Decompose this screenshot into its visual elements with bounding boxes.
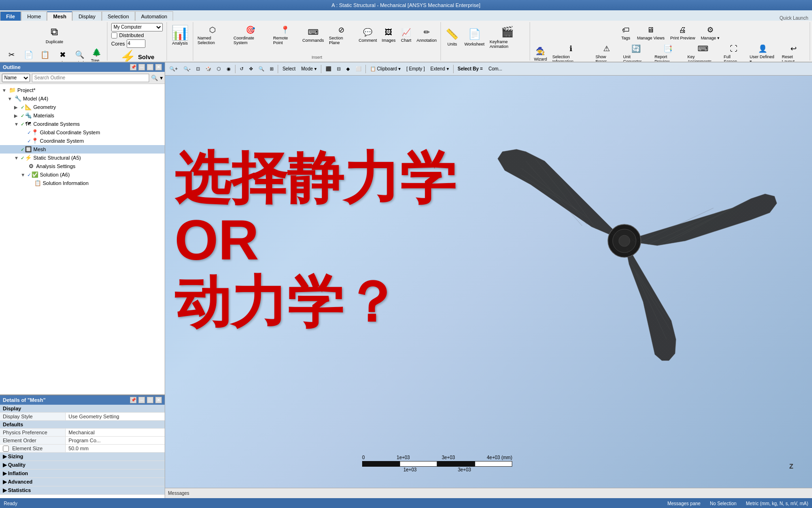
element-order-val[interactable]: Program Co...: [66, 437, 165, 444]
tree-item-coord-systems[interactable]: ▼ ✓ 🗺 Coordinate Systems: [0, 120, 165, 128]
manage-views-btn[interactable]: 🖥 Manage Views: [635, 23, 667, 42]
duplicate-btn[interactable]: ⧉ Duplicate: [43, 23, 66, 46]
unit-converter-btn[interactable]: 🔄 Unit Converter: [621, 42, 651, 62]
face-select-btn[interactable]: ⬛: [323, 65, 334, 72]
static-structural-expand[interactable]: ▼: [14, 155, 21, 161]
report-preview-btn[interactable]: 📑 Report Preview: [652, 42, 684, 62]
display-style-val[interactable]: Use Geometry Setting: [66, 413, 165, 420]
tree-item-geometry[interactable]: ▶ ✓ 📐 Geometry: [0, 103, 165, 111]
details-section-inflation[interactable]: ▶ Inflation: [0, 470, 165, 478]
remote-point-btn[interactable]: 📍 Remote Point: [271, 23, 300, 46]
vertex-select-btn[interactable]: ◆: [344, 65, 352, 72]
keyframe-animation-btn[interactable]: 🎬 Keyframe Animation: [487, 23, 528, 50]
tree-item-global-coord[interactable]: ✓ 📍 Global Coordinate System: [0, 128, 165, 137]
wireframe-btn[interactable]: ⬡: [214, 65, 223, 72]
element-size-val[interactable]: 50.0 mm: [66, 445, 165, 452]
commands-btn[interactable]: ⌨ Commands: [301, 25, 326, 44]
chart-btn[interactable]: 📈 Chart: [398, 25, 414, 44]
mode-dropdown-btn[interactable]: Mode ▾: [299, 65, 319, 72]
solution-expand[interactable]: ▼: [21, 172, 27, 177]
zoom-out-btn[interactable]: 🔍-: [181, 65, 193, 72]
outline-expand-icon[interactable]: ▾: [160, 75, 163, 81]
cores-input[interactable]: [127, 39, 145, 48]
tab-home[interactable]: Home: [21, 11, 47, 21]
tree-item-materials[interactable]: ▶ ✓ 🔩 Materials: [0, 111, 165, 120]
extend-dropdown-btn[interactable]: Extend ▾: [428, 65, 451, 72]
reset-layout-btn[interactable]: ↩ Reset Layout: [780, 42, 808, 62]
element-size-checkbox[interactable]: [3, 446, 9, 452]
outline-filter-select[interactable]: Name: [2, 74, 30, 82]
select-by-btn[interactable]: Select By =: [455, 65, 486, 72]
tree-item-solution[interactable]: ▼ ✓ ✅ Solution (A6): [0, 170, 165, 179]
geometry-expand[interactable]: ▶: [14, 105, 21, 110]
outline-pin-btn[interactable]: 📌: [130, 64, 137, 70]
edge-select-btn[interactable]: ⊟: [334, 65, 343, 72]
analysis-btn[interactable]: 📊 Analysis: [169, 23, 191, 47]
project-expand[interactable]: ▼: [2, 88, 8, 93]
empty-dropdown-btn[interactable]: [ Empty ]: [404, 65, 427, 72]
com-dropdown-btn[interactable]: Com...: [486, 65, 504, 72]
units-btn[interactable]: 📏 Units: [443, 25, 462, 48]
tab-display[interactable]: Display: [72, 11, 101, 21]
zoom-mode-btn[interactable]: 🔍: [256, 65, 266, 72]
outline-min-btn[interactable]: ─: [138, 64, 145, 70]
model-expand[interactable]: ▼: [8, 96, 14, 101]
body-select-btn[interactable]: ⬜: [353, 65, 364, 72]
tab-file[interactable]: File: [0, 11, 21, 21]
tree-item-coord-system[interactable]: ✓ 📍 Coordinate System: [0, 137, 165, 145]
fit-btn[interactable]: ⊡: [194, 65, 202, 72]
delete-btn[interactable]: ✖ Delete: [54, 48, 71, 62]
print-preview-btn[interactable]: 🖨 Print Preview: [668, 23, 698, 42]
tree-item-solution-info[interactable]: 📋 Solution Information: [0, 179, 165, 187]
details-section-sizing[interactable]: ▶ Sizing: [0, 453, 165, 461]
outline-close-btn[interactable]: ✕: [155, 64, 162, 70]
named-selection-btn[interactable]: ⬡ Named Selection: [195, 23, 230, 46]
select-btn[interactable]: Select: [280, 65, 298, 72]
box-zoom-btn[interactable]: ⊞: [267, 65, 276, 72]
search-icon[interactable]: 🔍: [151, 75, 158, 81]
shaded-btn[interactable]: ◉: [224, 65, 233, 72]
details-pin-btn[interactable]: 📌: [130, 397, 137, 403]
details-min-btn[interactable]: ─: [138, 397, 145, 403]
details-section-quality[interactable]: ▶ Quality: [0, 461, 165, 470]
manage-btn[interactable]: ⚙ Manage ▾: [698, 23, 722, 42]
section-plane-btn[interactable]: ⊘ Section Plane: [326, 23, 356, 46]
view3d-btn[interactable]: 🎲: [203, 65, 213, 72]
tree-item-mesh[interactable]: ✓ 🔲 Mesh: [0, 145, 165, 154]
tree-item-analysis-settings[interactable]: ⚙ Analysis Settings: [0, 162, 165, 170]
coord-systems-expand[interactable]: ▼: [14, 122, 21, 127]
coordinate-system-btn[interactable]: 🎯 Coordinate System: [231, 23, 270, 46]
selection-info-btn[interactable]: ℹ Selection Information: [550, 42, 592, 62]
cut-btn[interactable]: ✂ Cut: [4, 48, 20, 62]
details-max-btn[interactable]: □: [147, 397, 153, 403]
tags-btn[interactable]: 🏷 Tags: [618, 23, 634, 42]
viewport[interactable]: 🔍+ 🔍- ⊡ 🎲 ⬡ ◉ ↺ ✥ 🔍 ⊞ Select Mode ▾ ⬛ ⊟ …: [165, 62, 812, 498]
user-defined-btn[interactable]: 👤 User Defined ▾: [747, 42, 779, 62]
tab-mesh[interactable]: Mesh: [47, 11, 72, 21]
outline-max-btn[interactable]: □: [147, 64, 153, 70]
images-btn[interactable]: 🖼 Images: [380, 25, 398, 44]
search-input[interactable]: [32, 74, 149, 82]
full-screen-btn[interactable]: ⛶ Full Screen: [721, 42, 746, 62]
details-section-statistics[interactable]: ▶ Statistics: [0, 486, 165, 495]
rotate-mode-btn[interactable]: ↺: [237, 65, 246, 72]
find-btn[interactable]: 🔍 Find: [72, 48, 88, 62]
zoom-in-btn[interactable]: 🔍+: [167, 65, 180, 72]
tree-item-model[interactable]: ▼ 🔧 Model (A4): [0, 94, 165, 103]
solve-btn[interactable]: ⚡ Solve: [117, 48, 157, 62]
materials-expand[interactable]: ▶: [14, 113, 21, 118]
comment-btn[interactable]: 💬 Comment: [357, 25, 379, 44]
physics-pref-val[interactable]: Mechanical: [66, 429, 165, 436]
show-errors-btn[interactable]: ⚠ Show Errors: [593, 42, 620, 62]
key-assignments-btn[interactable]: ⌨ Key Assignments: [685, 42, 720, 62]
pan-mode-btn[interactable]: ✥: [247, 65, 255, 72]
tree-item-static-structural[interactable]: ▼ ✓ ⚡ Static Structural (A5): [0, 154, 165, 162]
clipboard-btn[interactable]: 📋 Clipboard ▾: [368, 65, 403, 72]
distributed-checkbox[interactable]: [111, 32, 117, 38]
paste-btn[interactable]: 📋 Paste: [37, 48, 53, 62]
tab-selection[interactable]: Selection: [102, 11, 135, 21]
details-close-btn[interactable]: ✕: [155, 397, 162, 403]
computer-select[interactable]: My Computer: [111, 23, 163, 31]
tree-item-project[interactable]: ▼ 📁 Project*: [0, 86, 165, 94]
worksheet-btn[interactable]: 📄 Worksheet: [463, 25, 486, 48]
